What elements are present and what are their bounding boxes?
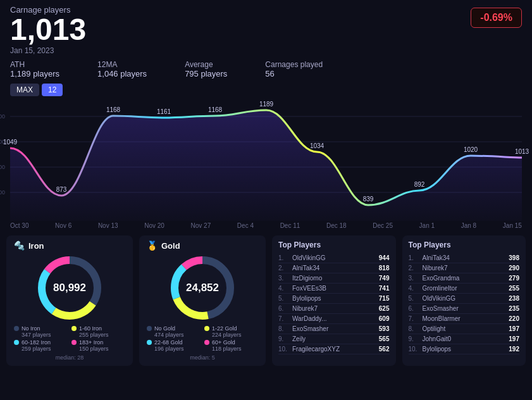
- player-name: Bylolipops: [292, 295, 379, 302]
- player-name: ItzDigiomo: [292, 275, 379, 282]
- iron-legend-60-182: 60-182 Iron 259 players: [14, 339, 68, 352]
- gold-legend: No Gold 474 players 1-22 Gold 224 player…: [147, 325, 258, 352]
- player-name: Optilight: [423, 325, 509, 332]
- player-name: ExoSmasher: [292, 325, 379, 332]
- gold-1-22-dot: [204, 326, 209, 331]
- player-rank: 7.: [278, 315, 290, 322]
- player-score: 609: [379, 315, 390, 322]
- player-rank: 3.: [278, 275, 290, 282]
- svg-text:1189: 1189: [259, 101, 274, 108]
- svg-text:800: 800: [0, 189, 5, 196]
- table-row: 7.MoonBlarmer220: [409, 314, 520, 324]
- player-name: Niburek7: [292, 305, 379, 312]
- iron-183-plus-dot: [71, 340, 77, 345]
- table-row: 9.Zeily565: [278, 334, 390, 344]
- gold-header: 🥇 Gold: [147, 241, 258, 251]
- bottom-section: 🔩 Iron 80,992: [0, 230, 532, 371]
- svg-text:1049: 1049: [3, 139, 18, 146]
- stat-average: Average 795 players: [185, 60, 227, 78]
- gold-legend-1-22: 1-22 Gold 224 players: [204, 325, 258, 338]
- iron-60-182-dot: [14, 340, 19, 345]
- svg-text:1000: 1000: [0, 164, 5, 170]
- table-row: 8.Optilight197: [409, 324, 520, 334]
- player-rank: 2.: [409, 265, 420, 272]
- tables-area: Top Players 1.OldVikinGG9442.AlniTak3481…: [272, 235, 526, 366]
- table-row: 5.OldVikinGG238: [409, 294, 520, 304]
- player-rank: 7.: [409, 315, 420, 322]
- player-score: 715: [379, 295, 390, 302]
- svg-text:1168: 1168: [106, 106, 121, 113]
- chart-x-labels: Oct 30 Nov 6 Nov 13 Nov 20 Nov 27 Dec 4 …: [0, 221, 532, 230]
- iron-total: 80,992: [53, 282, 86, 294]
- top-players-right-card: Top Players 1.AlniTak343982.Niburek72903…: [402, 235, 526, 366]
- chart-svg: 1400 1200 1000 800 1049 873 1168 1161 11…: [0, 97, 532, 221]
- svg-text:839: 839: [363, 196, 374, 203]
- gold-legend-22-68: 22-68 Gold 196 players: [147, 339, 201, 352]
- gold-legend-no-gold: No Gold 474 players: [147, 325, 201, 338]
- date-label: Jan 15, 2023: [10, 46, 522, 55]
- player-score: 398: [509, 254, 519, 261]
- player-score: 944: [379, 254, 390, 261]
- player-score: 741: [379, 285, 390, 292]
- top-players-left-card: Top Players 1.OldVikinGG9442.AlniTak3481…: [272, 235, 396, 366]
- player-score: 818: [379, 265, 390, 272]
- player-name: JohnGait0: [423, 335, 509, 342]
- btn-max[interactable]: MAX: [10, 84, 39, 96]
- player-rank: 9.: [278, 335, 290, 342]
- player-score: 192: [509, 346, 519, 353]
- player-rank: 1.: [409, 254, 420, 261]
- player-score: 593: [379, 325, 390, 332]
- player-name: OldVikinGG: [423, 295, 509, 302]
- main-number: 1,013: [10, 15, 522, 45]
- player-rank: 6.: [409, 305, 420, 312]
- table-row: 3.ItzDigiomo749: [278, 273, 390, 284]
- player-score: 565: [379, 335, 390, 342]
- table-row: 6.Niburek7625: [278, 304, 390, 314]
- iron-card: 🔩 Iron 80,992: [6, 235, 133, 366]
- player-score: 279: [509, 275, 519, 282]
- table-row: 1.OldVikinGG944: [278, 253, 390, 263]
- no-iron-dot: [14, 326, 19, 331]
- table-row: 5.Bylolipops715: [278, 294, 390, 304]
- player-score: 290: [509, 265, 519, 272]
- iron-title: Iron: [28, 241, 44, 251]
- player-name: AlniTak34: [423, 254, 509, 261]
- table-row: 7.WarDaddy...609: [278, 314, 390, 324]
- gold-60-plus-dot: [204, 340, 209, 345]
- table-row: 1.AlniTak34398: [409, 253, 520, 263]
- player-score: 238: [509, 295, 519, 302]
- stats-row: ATH 1,189 players 12MA 1,046 players Ave…: [0, 58, 532, 82]
- player-score: 562: [379, 346, 390, 353]
- no-gold-dot: [147, 326, 152, 331]
- chart-area: 1400 1200 1000 800 1049 873 1168 1161 11…: [0, 97, 532, 221]
- player-rank: 4.: [409, 285, 420, 292]
- player-name: MoonBlarmer: [423, 315, 509, 322]
- player-score: 625: [379, 305, 390, 312]
- player-rank: 2.: [278, 265, 290, 272]
- player-name: AlniTak34: [292, 265, 379, 272]
- player-rank: 10.: [409, 346, 420, 353]
- top-players-left-title: Top Players: [278, 241, 390, 249]
- gold-median: median: 5: [147, 354, 258, 361]
- player-score: 235: [509, 305, 519, 312]
- player-name: Niburek7: [423, 265, 509, 272]
- iron-header: 🔩 Iron: [14, 241, 125, 251]
- gold-ring-container: 24,852: [147, 253, 258, 323]
- player-score: 220: [509, 315, 519, 322]
- iron-legend: No Iron 347 players 1-60 Iron 255 player…: [14, 325, 125, 352]
- svg-text:873: 873: [56, 186, 67, 193]
- player-rank: 9.: [409, 335, 420, 342]
- iron-legend-183-plus: 183+ Iron 150 players: [71, 339, 125, 352]
- svg-text:1161: 1161: [157, 108, 171, 115]
- table-row: 3.ExoGrandma279: [409, 273, 520, 284]
- app-title: Carnage players: [10, 5, 522, 15]
- gold-legend-60-plus: 60+ Gold 118 players: [204, 339, 258, 352]
- player-rank: 5.: [278, 295, 290, 302]
- change-badge: -0.69%: [471, 8, 522, 28]
- gold-22-68-dot: [147, 340, 152, 345]
- player-score: 197: [509, 325, 519, 332]
- stat-12ma: 12MA 1,046 players: [97, 60, 147, 78]
- player-name: FragilecargoXYZ: [292, 346, 379, 353]
- btn-12[interactable]: 12: [42, 84, 63, 96]
- svg-text:1013: 1013: [515, 148, 529, 155]
